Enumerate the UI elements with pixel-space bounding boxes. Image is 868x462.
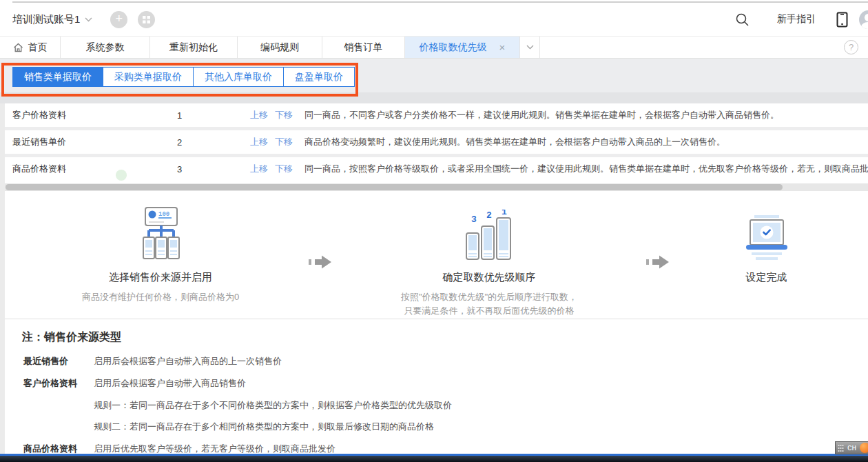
tab-reinitialize[interactable]: 重新初始化: [150, 37, 238, 58]
step-title: 设定完成: [716, 271, 816, 284]
close-tab-icon[interactable]: ×: [499, 42, 506, 52]
step-set-priority-order: 3 2 1 确定取数优先级顺序 按照"价格取数优先级"的先后顺序进行取数， 只要…: [375, 200, 603, 318]
table-row: 客户价格资料 1 上移 下移 同一商品，不同客户或客户分类价格不一样，建议使用此…: [0, 103, 868, 127]
note-rule: 规则一：若同一商品存在于多个不同价格类型的方案中，则根据客户价格类型的优先级取价: [94, 399, 452, 412]
table-row: 最近销售单价 2 上移 下移 商品价格变动频繁时，建议使用此规则。销售类单据在建…: [0, 130, 868, 154]
rule-description: 同一商品，按照客户价格等级取价，或者采用全国统一价，建议使用此规则。销售类单据在…: [304, 163, 868, 175]
step-subtitle: 商品没有维护任何价格，则商品价格为0: [81, 290, 240, 304]
grid-icon: [143, 16, 150, 23]
left-edge-strip: [0, 103, 5, 454]
rule-description: 同一商品，不同客户或客户分类价格不一样，建议使用此规则。销售类单据在建单时，会根…: [304, 109, 868, 121]
flow-arrow-icon: [646, 255, 671, 269]
price-rules-table: 客户价格资料 1 上移 下移 同一商品，不同客户或客户分类价格不一样，建议使用此…: [0, 103, 868, 181]
note-term: 客户价格资料: [23, 377, 77, 390]
note-description: 启用后会根据客户自动带入商品的上一次销售价: [94, 355, 282, 368]
avatar-person-icon: [865, 14, 868, 21]
step-title: 选择销售价来源并启用: [81, 271, 240, 284]
scrollbar-thumb[interactable]: [6, 184, 783, 190]
pricing-subtabs: 销售类单据取价 采购类单据取价 其他入库单取价 盘盈单取价: [12, 67, 355, 87]
ime-language-bar[interactable]: CH: [835, 441, 868, 454]
account-switcher[interactable]: 培训测试账号1: [12, 13, 92, 26]
subtab-inventory-gain-pricing[interactable]: 盘盈单取价: [283, 67, 355, 87]
search-icon[interactable]: [735, 12, 750, 27]
tab-label: 重新初始化: [169, 41, 218, 54]
tab-overflow-button[interactable]: [520, 37, 540, 58]
move-down-link[interactable]: 下移: [275, 163, 293, 175]
tab-label: 销售订单: [344, 41, 383, 54]
move-up-link[interactable]: 上移: [250, 163, 268, 175]
priority-order-icon: 3 2 1: [462, 210, 517, 261]
subtab-band: 销售类单据取价 采购类单据取价 其他入库单取价 盘盈单取价: [0, 59, 868, 103]
home-icon: [13, 43, 23, 52]
setup-complete-icon: [738, 215, 796, 261]
chevron-down-icon: [526, 45, 534, 50]
subtab-other-inbound-pricing[interactable]: 其他入库单取价: [193, 67, 284, 87]
subtab-purchase-pricing[interactable]: 采购类单据取价: [103, 67, 194, 87]
rule-name: 最近销售单价: [0, 136, 115, 148]
notes-section: 注：销售价来源类型 最近销售价 启用后会根据客户自动带入商品的上一次销售价 客户…: [0, 319, 868, 454]
move-down-link[interactable]: 下移: [275, 109, 293, 121]
tab-label: 系统参数: [86, 41, 125, 54]
ime-language-label[interactable]: CH: [847, 444, 856, 452]
priority-number: 2: [163, 137, 238, 148]
mobile-phone-icon[interactable]: [836, 12, 848, 28]
priority-number: 1: [163, 110, 238, 121]
step-setup-complete: 设定完成: [716, 205, 816, 284]
flow-arrow-icon: [309, 255, 333, 269]
tab-system-params[interactable]: 系统参数: [61, 37, 150, 58]
beginner-guide-link[interactable]: 新手指引: [777, 13, 816, 26]
step-select-price-source: 100 选择销售价来源并启用 商品没有维护任何价格，则商品价格为0: [81, 204, 240, 304]
drag-handle-icon[interactable]: [838, 444, 844, 452]
tab-label: 编码规则: [260, 41, 299, 54]
help-button[interactable]: ?: [844, 40, 858, 54]
step-title: 确定取数优先级顺序: [375, 271, 603, 284]
setup-steps-section: 100 选择销售价来源并启用 商品没有维护任何价格，则商品价格为0: [0, 191, 868, 319]
move-down-link[interactable]: 下移: [275, 136, 293, 148]
topbar-right: 新手指引: [735, 10, 868, 29]
subtab-sales-pricing[interactable]: 销售类单据取价: [12, 67, 103, 87]
tab-sales-order[interactable]: 销售订单: [322, 37, 405, 58]
plus-icon: +: [116, 12, 123, 25]
user-avatar[interactable]: [859, 10, 868, 29]
tab-label: 首页: [28, 41, 48, 54]
add-button[interactable]: +: [110, 11, 127, 28]
apps-grid-button[interactable]: [138, 11, 155, 28]
priority-number: 3: [163, 164, 238, 174]
move-up-link[interactable]: 上移: [250, 109, 268, 121]
tab-price-priority-active[interactable]: 价格取数优先级 ×: [405, 37, 520, 58]
notes-heading: 注：销售价来源类型: [22, 330, 121, 345]
rule-description: 商品价格变动频繁时，建议使用此规则。销售类单据在建单时，会根据客户自动带入商品的…: [304, 136, 868, 148]
account-name: 培训测试账号1: [12, 13, 80, 26]
ime-app-icon[interactable]: [860, 443, 868, 453]
svg-text:1: 1: [502, 210, 507, 217]
rule-name: 商品价格资料: [0, 163, 115, 175]
step-subtitle: 按照"价格取数优先级"的先后顺序进行取数， 只要满足条件，就不再取后面优先级的价…: [375, 290, 603, 318]
move-up-link[interactable]: 上移: [250, 136, 268, 148]
svg-text:3: 3: [471, 214, 477, 225]
tab-home[interactable]: 首页: [0, 37, 61, 58]
table-row: 商品价格资料 3 上移 下移 同一商品，按照客户价格等级取价，或者采用全国统一价…: [0, 157, 868, 181]
tab-coding-rules[interactable]: 编码规则: [238, 37, 322, 58]
topbar: 培训测试账号1 + 新手指引: [0, 3, 868, 36]
note-rule: 规则二：若同一商品存在于多个相同价格类型的方案中，则取最后修改日期的商品价格: [94, 421, 434, 433]
note-term: 最近销售价: [23, 355, 68, 368]
note-description: 启用后会根据客户自动带入商品销售价: [94, 377, 246, 390]
main-tabbar: 首页 系统参数 重新初始化 编码规则 销售订单 价格取数优先级 × ?: [0, 36, 868, 59]
svg-text:100: 100: [158, 211, 169, 218]
svg-text:2: 2: [486, 210, 492, 221]
rule-name: 客户价格资料: [0, 109, 115, 121]
horizontal-scrollbar: [0, 183, 868, 191]
chevron-down-icon: [85, 17, 92, 22]
tab-label: 价格取数优先级: [420, 41, 487, 54]
price-source-icon: 100: [129, 207, 192, 261]
taskbar-edge: [0, 456, 868, 462]
